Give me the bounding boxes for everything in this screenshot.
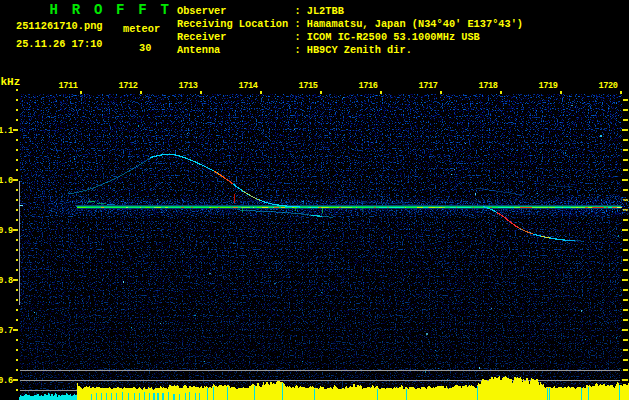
svg-text:Observer : JL2TBB: Observer : JL2TBB xyxy=(177,5,344,17)
svg-text:25.11.26 17:10: 25.11.26 17:10 xyxy=(16,38,103,50)
svg-text:1716: 1716 xyxy=(358,81,377,91)
svg-text:1714: 1714 xyxy=(238,81,257,91)
svg-text:30: 30 xyxy=(139,42,151,54)
svg-text:meteor: meteor xyxy=(123,23,160,35)
svg-text:2511261710.png: 2511261710.png xyxy=(16,20,103,32)
svg-text:1713: 1713 xyxy=(178,81,197,91)
svg-text:1720: 1720 xyxy=(598,81,617,91)
svg-text:0.7: 0.7 xyxy=(0,326,13,336)
svg-text:0.9: 0.9 xyxy=(0,226,13,236)
svg-text:Antenna : HB9CY Zen: Antenna : HB9CY Zenith dir. xyxy=(177,44,412,56)
svg-text:kHz: kHz xyxy=(1,76,21,88)
svg-text:1711: 1711 xyxy=(58,81,77,91)
svg-text:1712: 1712 xyxy=(118,81,137,91)
svg-text:1.1: 1.1 xyxy=(0,126,13,136)
svg-text:1718: 1718 xyxy=(478,81,497,91)
svg-text:1717: 1717 xyxy=(418,81,437,91)
svg-text:1719: 1719 xyxy=(538,81,557,91)
svg-text:Receiver : ICOM IC-R: Receiver : ICOM IC-R2500 53.1000MHz USB xyxy=(177,31,480,43)
svg-text:1.0: 1.0 xyxy=(0,176,13,186)
svg-text:Receiving Location : Hamamatsu: Receiving Location : Hamamatsu, Japan (N… xyxy=(177,18,523,30)
svg-text:0.6: 0.6 xyxy=(0,376,13,386)
svg-text:H R O F F T: H R O F F T xyxy=(50,2,172,18)
svg-text:0.8: 0.8 xyxy=(0,276,13,286)
svg-text:1715: 1715 xyxy=(298,81,317,91)
